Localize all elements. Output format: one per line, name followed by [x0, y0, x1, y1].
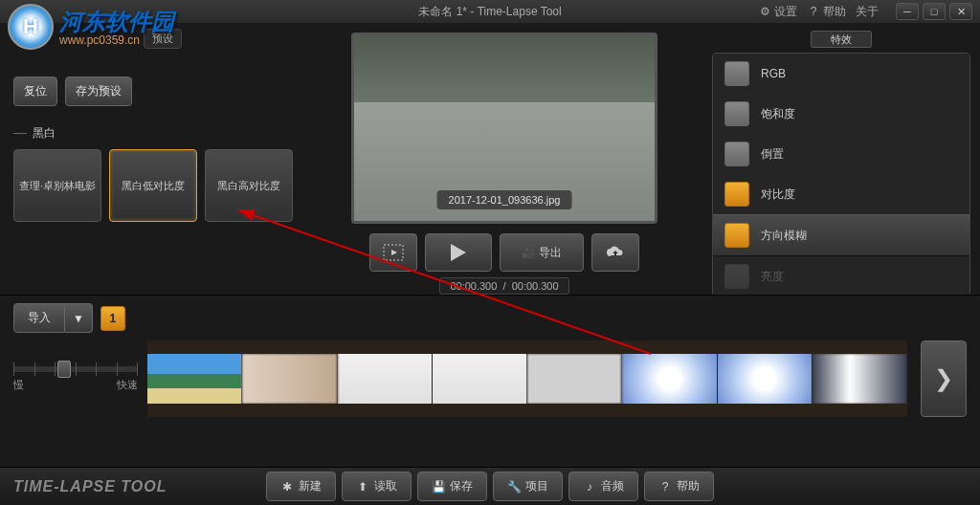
effects-panel: 特效 RGB 饱和度 倒置 对比度 方向模糊 亮度 [702, 33, 980, 295]
filename-badge: 2017-12-01_093636.jpg [437, 190, 572, 209]
swatch-icon [724, 142, 749, 166]
import-dropdown[interactable]: ▼ [65, 303, 93, 333]
frame-select-button[interactable] [369, 233, 417, 272]
window-title: 未命名 1* - Time-Lapse Tool [418, 4, 561, 20]
effect-motion-blur[interactable]: 方向模糊 [713, 214, 969, 256]
about-link[interactable]: 关于 [856, 4, 879, 20]
help-icon: ? [807, 5, 820, 18]
swatch-icon [724, 223, 749, 248]
preview-viewport: 2017-12-01_093636.jpg [351, 33, 657, 224]
cloud-upload-icon [605, 245, 626, 260]
gear-icon: ⚙ [758, 5, 771, 18]
close-button[interactable]: ✕ [949, 3, 972, 20]
section-bw-title: 黑白 [13, 125, 293, 142]
speed-fast-label: 快速 [117, 378, 138, 392]
new-icon: ✱ [280, 480, 294, 494]
preset-bw-low-contrast[interactable]: 黑白低对比度 [109, 149, 197, 222]
effect-rgb[interactable]: RGB [713, 54, 969, 94]
export-button[interactable]: 🎥导出 [500, 233, 584, 272]
swatch-icon [724, 182, 749, 207]
project-icon: 🔧 [507, 480, 521, 494]
svg-marker-2 [451, 244, 466, 261]
reset-button[interactable]: 复位 [13, 77, 57, 106]
timeline-next-button[interactable]: ❯ [921, 340, 967, 417]
play-button[interactable] [425, 233, 492, 272]
audio-icon: ♪ [583, 480, 596, 494]
title-bar: H 河东软件园 www.pc0359.cn 未命名 1* - Time-Laps… [0, 0, 980, 23]
swatch-icon [724, 101, 749, 126]
save-icon: 💾 [432, 480, 445, 494]
site-logo: H 河东软件园 www.pc0359.cn [8, 4, 174, 50]
new-button[interactable]: ✱新建 [266, 472, 336, 501]
time-readout: 00:00.300 / 00:00.300 [439, 277, 568, 295]
minimize-button[interactable]: ─ [896, 3, 919, 20]
load-button[interactable]: ⬆读取 [342, 472, 412, 501]
audio-button[interactable]: ♪音频 [568, 472, 638, 501]
timeline-area: 导入 ▼ 1 慢 快速 ❯ [0, 295, 980, 467]
preview-panel: 2017-12-01_093636.jpg 🎥导出 00:00.300 / 00… [306, 33, 702, 295]
swatch-icon [724, 61, 749, 86]
help-button[interactable]: ?帮助 [644, 472, 714, 501]
footer-bar: TIME-LAPSE TOOL ✱新建 ⬆读取 💾保存 🔧项目 ♪音频 ?帮助 [0, 467, 980, 505]
effect-invert[interactable]: 倒置 [713, 134, 969, 174]
upload-button[interactable] [591, 233, 639, 272]
footer-brand: TIME-LAPSE TOOL [13, 478, 167, 495]
timeline-frame[interactable] [147, 354, 242, 404]
swatch-icon [724, 264, 749, 289]
save-button[interactable]: 💾保存 [417, 472, 487, 501]
effect-contrast[interactable]: 对比度 [713, 174, 969, 214]
filmstrip[interactable] [147, 340, 907, 417]
timeline-frame[interactable] [813, 354, 907, 404]
sequence-badge[interactable]: 1 [100, 306, 125, 331]
logo-url: www.pc0359.cn [59, 33, 174, 47]
settings-link[interactable]: ⚙设置 [758, 4, 797, 20]
preset-bw-high-contrast[interactable]: 黑白高对比度 [205, 149, 293, 222]
timeline-frame[interactable] [338, 354, 433, 404]
load-icon: ⬆ [356, 480, 369, 494]
play-icon [451, 244, 466, 261]
effect-saturation[interactable]: 饱和度 [713, 94, 969, 134]
help-link[interactable]: ?帮助 [807, 4, 846, 20]
slider-handle[interactable] [57, 361, 71, 378]
logo-icon: H [8, 4, 54, 50]
timeline-frame[interactable] [527, 354, 622, 404]
camera-icon: 🎥 [522, 246, 535, 259]
effect-brightness[interactable]: 亮度 [713, 256, 969, 296]
timeline-frame[interactable] [242, 354, 337, 404]
frame-icon [383, 244, 404, 261]
logo-text-cn: 河东软件园 [59, 9, 174, 34]
speed-slow-label: 慢 [13, 378, 24, 392]
import-button[interactable]: 导入 [13, 303, 65, 333]
effects-header: 特效 [811, 31, 872, 48]
svg-marker-1 [391, 250, 397, 255]
effects-list[interactable]: RGB 饱和度 倒置 对比度 方向模糊 亮度 [712, 53, 970, 296]
timeline-frame[interactable] [718, 354, 813, 404]
timeline-frame[interactable] [433, 354, 527, 404]
speed-slider[interactable]: 慢 快速 [13, 366, 138, 392]
timeline-frame[interactable] [622, 354, 717, 404]
preset-chaplin[interactable]: 查理·卓别林电影 [13, 149, 101, 222]
maximize-button[interactable]: □ [923, 3, 946, 20]
presets-panel: 预设 复位 存为预设 黑白 查理·卓别林电影 黑白低对比度 黑白高对比度 [0, 33, 306, 295]
help-icon: ? [658, 480, 672, 494]
project-button[interactable]: 🔧项目 [493, 472, 563, 501]
save-preset-button[interactable]: 存为预设 [65, 77, 132, 106]
